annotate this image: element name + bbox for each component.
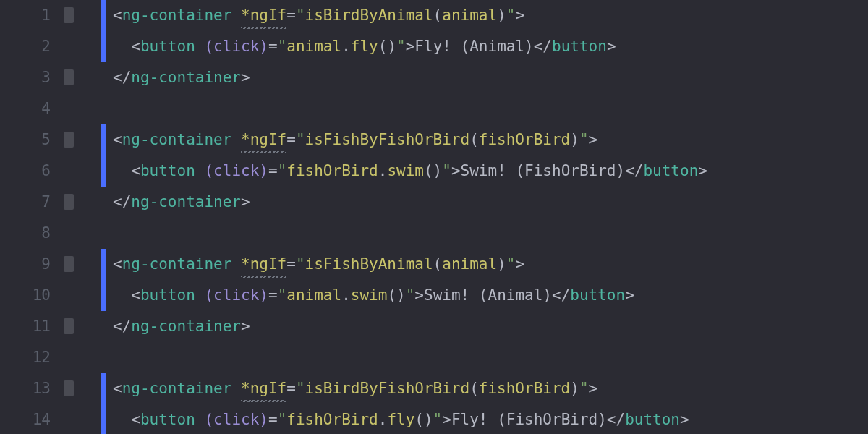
token-punc: < bbox=[113, 38, 140, 55]
token-punc: () bbox=[424, 162, 442, 179]
change-stripe-icon bbox=[101, 31, 106, 62]
token-fn: fly bbox=[351, 38, 378, 55]
code-line[interactable]: 8 bbox=[0, 218, 868, 249]
token-tag: button bbox=[140, 38, 205, 55]
change-stripe-icon bbox=[101, 404, 106, 434]
token-tag: button bbox=[140, 162, 205, 179]
line-number: 14 bbox=[0, 404, 64, 434]
code-content[interactable]: <button (click)="fishOrBird.swim()">Swim… bbox=[113, 156, 868, 187]
gutter-marks bbox=[64, 156, 113, 187]
token-dir: *ngIf bbox=[241, 0, 286, 31]
token-str: " bbox=[296, 7, 305, 24]
token-op: = bbox=[286, 7, 296, 24]
code-line[interactable]: 2 <button (click)="animal.fly()">Fly! (A… bbox=[0, 31, 868, 62]
code-content[interactable]: <ng-container *ngIf="isFishByFishOrBird(… bbox=[113, 124, 868, 156]
token-attr: (click) bbox=[204, 162, 268, 179]
token-attr: (click) bbox=[204, 286, 268, 304]
code-content[interactable]: <button (click)="fishOrBird.fly()">Fly! … bbox=[113, 404, 868, 434]
fold-icon[interactable] bbox=[64, 380, 74, 396]
token-punc: </ bbox=[113, 193, 131, 210]
token-fn: animal bbox=[286, 286, 341, 304]
code-line[interactable]: 13<ng-container *ngIf="isBirdByFishOrBir… bbox=[0, 373, 868, 404]
fold-icon[interactable] bbox=[64, 194, 74, 210]
code-content[interactable]: <ng-container *ngIf="isFishByAnimal(anim… bbox=[113, 249, 868, 280]
token-punc: </ bbox=[552, 286, 570, 304]
token-str: " bbox=[296, 255, 305, 273]
token-punc: > bbox=[241, 318, 250, 335]
code-content[interactable]: <ng-container *ngIf="isBirdByAnimal(anim… bbox=[113, 0, 868, 31]
code-content[interactable]: </ng-container> bbox=[113, 311, 868, 342]
token-punc: . bbox=[341, 38, 351, 55]
token-op: = bbox=[268, 411, 278, 428]
token-str: " bbox=[506, 7, 516, 24]
token-op: = bbox=[268, 286, 278, 304]
code-content[interactable]: </ng-container> bbox=[113, 62, 868, 93]
token-fn: fishOrBird bbox=[479, 131, 570, 148]
fold-icon[interactable] bbox=[64, 256, 74, 272]
token-fn: animal bbox=[286, 38, 341, 55]
token-tag: ng-container bbox=[131, 193, 241, 210]
code-line[interactable]: 6 <button (click)="fishOrBird.swim()">Sw… bbox=[0, 156, 868, 187]
token-punc: < bbox=[113, 7, 122, 24]
token-punc: </ bbox=[534, 38, 552, 55]
token-str: " bbox=[406, 286, 415, 304]
line-number: 3 bbox=[0, 62, 64, 93]
token-punc: > bbox=[607, 38, 616, 55]
code-content[interactable]: <ng-container *ngIf="isBirdByFishOrBird(… bbox=[113, 373, 868, 404]
token-punc: </ bbox=[113, 69, 131, 86]
token-fn: fly bbox=[387, 411, 414, 428]
code-line[interactable]: 14 <button (click)="fishOrBird.fly()">Fl… bbox=[0, 404, 868, 434]
token-punc: </ bbox=[607, 411, 625, 428]
code-line[interactable]: 3</ng-container> bbox=[0, 62, 868, 93]
line-number: 9 bbox=[0, 249, 64, 280]
token-punc: ) bbox=[570, 380, 579, 397]
change-stripe-icon bbox=[101, 0, 106, 31]
token-str: " bbox=[579, 131, 589, 148]
code-line[interactable]: 10 <button (click)="animal.swim()">Swim!… bbox=[0, 280, 868, 311]
token-punc: . bbox=[341, 286, 351, 304]
token-tag: button bbox=[552, 38, 607, 55]
fold-icon[interactable] bbox=[64, 7, 74, 23]
change-stripe-icon bbox=[101, 249, 106, 280]
gutter-marks bbox=[64, 187, 113, 218]
token-tag: button bbox=[140, 286, 205, 304]
line-number: 11 bbox=[0, 311, 64, 342]
gutter-marks bbox=[64, 373, 113, 404]
code-line[interactable]: 7</ng-container> bbox=[0, 187, 868, 218]
gutter-marks bbox=[64, 93, 113, 124]
token-fn: fishOrBird bbox=[479, 380, 570, 397]
code-content[interactable]: <button (click)="animal.swim()">Swim! (A… bbox=[113, 280, 868, 311]
fold-icon[interactable] bbox=[64, 318, 74, 334]
token-punc: < bbox=[113, 286, 140, 304]
line-number: 4 bbox=[0, 93, 64, 124]
code-content[interactable]: </ng-container> bbox=[113, 187, 868, 218]
token-punc: > bbox=[241, 193, 250, 210]
line-number: 1 bbox=[0, 0, 64, 31]
code-line[interactable]: 4 bbox=[0, 93, 868, 124]
code-editor[interactable]: 1<ng-container *ngIf="isBirdByAnimal(ani… bbox=[0, 0, 868, 434]
token-punc: ) bbox=[497, 7, 506, 24]
token-punc: ( bbox=[433, 255, 443, 273]
token-tag: ng-container bbox=[131, 69, 241, 86]
code-line[interactable]: 1<ng-container *ngIf="isBirdByAnimal(ani… bbox=[0, 0, 868, 31]
token-attr: (click) bbox=[204, 411, 268, 428]
token-str: " bbox=[278, 286, 287, 304]
line-number: 7 bbox=[0, 187, 64, 218]
token-punc: () bbox=[414, 411, 433, 428]
fold-icon[interactable] bbox=[64, 132, 74, 148]
code-content[interactable]: <button (click)="animal.fly()">Fly! (Ani… bbox=[113, 31, 868, 62]
token-fn: fishOrBird bbox=[286, 411, 378, 428]
line-number: 8 bbox=[0, 218, 64, 249]
code-line[interactable]: 11</ng-container> bbox=[0, 311, 868, 342]
code-line[interactable]: 5<ng-container *ngIf="isFishByFishOrBird… bbox=[0, 124, 868, 156]
code-line[interactable]: 9<ng-container *ngIf="isFishByAnimal(ani… bbox=[0, 249, 868, 280]
fold-icon[interactable] bbox=[64, 69, 74, 85]
token-str: " bbox=[296, 380, 305, 397]
token-txt: Fly! (FishOrBird) bbox=[451, 411, 607, 428]
code-line[interactable]: 12 bbox=[0, 342, 868, 373]
token-dir: *ngIf bbox=[241, 373, 286, 404]
token-str: " bbox=[433, 411, 443, 428]
token-str: " bbox=[296, 131, 305, 148]
token-str: " bbox=[278, 38, 287, 55]
token-punc: ( bbox=[433, 7, 443, 24]
